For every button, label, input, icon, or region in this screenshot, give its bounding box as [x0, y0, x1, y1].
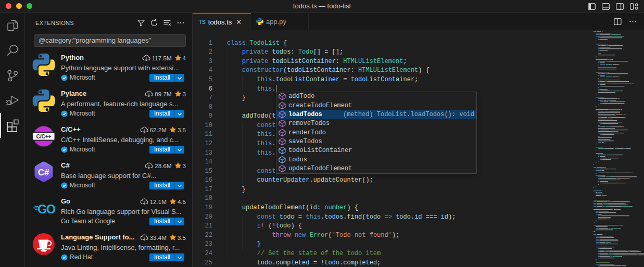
- svg-text:C/C++: C/C++: [36, 133, 52, 139]
- svg-text:GO: GO: [37, 202, 55, 216]
- svg-text:C#: C#: [38, 168, 49, 177]
